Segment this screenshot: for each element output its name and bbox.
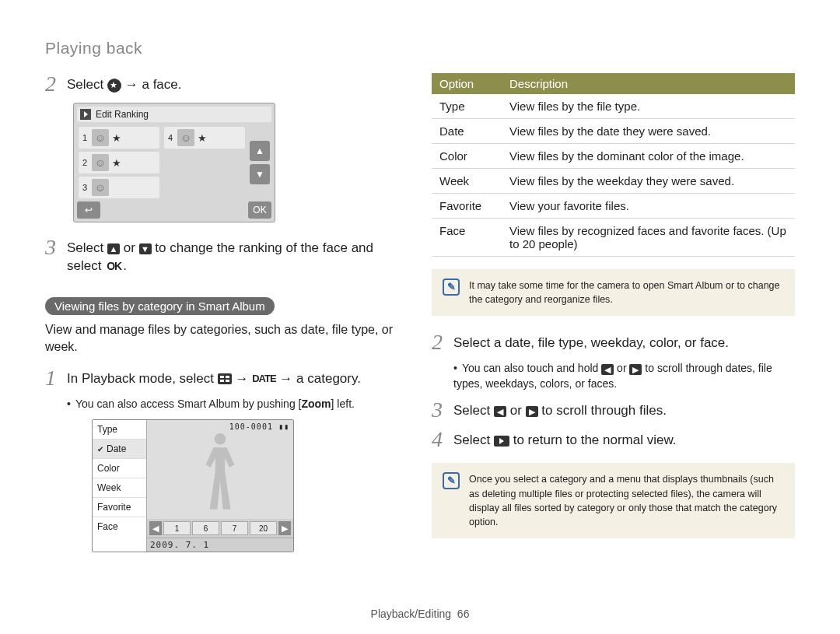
rank-number: 3 [81, 183, 89, 192]
arrow-right-icon: → [279, 371, 292, 386]
menu-item: Face [93, 517, 146, 536]
step-text: or [124, 240, 139, 255]
table-row: TypeView files by the file type. [432, 94, 795, 119]
star-badge-icon [107, 79, 121, 93]
face-thumbnail: ☺ [92, 179, 109, 196]
chevron-up-icon: ▲ [107, 243, 120, 254]
check-icon [97, 443, 103, 454]
right-column: Option Description TypeView files by the… [432, 73, 795, 554]
table-row: FaceView files by recognized faces and f… [432, 219, 795, 257]
face-thumbnail: ☺ [177, 129, 194, 146]
star-icon: ★ [112, 132, 121, 144]
thumb: 20 [250, 521, 277, 535]
step-number: 2 [45, 73, 59, 95]
step-2: 2 Select a date, file type, weekday, col… [432, 331, 795, 353]
step-text: . [123, 258, 127, 273]
thumb: 1 [163, 521, 191, 535]
edit-ranking-screenshot: Edit Ranking 1☺★ 2☺★ 3☺ 4☺★ ▲ [73, 103, 275, 222]
back-button: ↩ [77, 201, 100, 219]
table-row: FavoriteView your favorite files. [432, 194, 795, 219]
page-heading: Playing back [45, 39, 795, 58]
smart-album-screenshot: Type Date Color Week Favorite Face 100-0… [92, 419, 294, 552]
table-header: Description [502, 73, 795, 94]
step-number: 3 [45, 236, 59, 258]
menu-item-selected: Date [93, 440, 146, 459]
rank-number: 1 [81, 133, 89, 142]
step-text: Select [453, 403, 494, 418]
step-text: or [510, 403, 526, 418]
page-footer: Playback/Editing 66 [0, 608, 840, 620]
step-text: Select a date, file type, weekday, color… [453, 331, 729, 352]
step-text: Select [67, 77, 107, 92]
arrow-right-icon: → [235, 371, 248, 386]
arrow-right-icon: → [125, 77, 138, 92]
play-icon [80, 109, 91, 120]
step-text: a category. [296, 371, 361, 386]
menu-item: Color [93, 459, 146, 478]
step-3: 3 Select ▲ or ▼ to change the ranking of… [45, 236, 408, 275]
date-label: 2009. 7. 1 [147, 538, 293, 552]
step-subnote: You can also touch and hold ◀ or ▶ to sc… [453, 361, 795, 391]
step-text: In Playback mode, select [67, 371, 218, 386]
menu-item: Favorite [93, 498, 146, 517]
ok-button: OK [248, 201, 271, 219]
step-3: 3 Select ◀ or ▶ to scroll through files. [432, 399, 795, 421]
step-number: 3 [432, 399, 446, 421]
note-box: ✎ Once you select a category and a menu … [432, 463, 795, 538]
step-1: 1 In Playback mode, select → DATE → a ca… [45, 367, 408, 389]
table-row: DateView files by the date they were sav… [432, 119, 795, 144]
date-icon: DATE [252, 372, 275, 386]
note-text: Once you select a category and a menu th… [469, 472, 784, 529]
thumb: 7 [221, 521, 248, 535]
play-icon [494, 436, 509, 447]
rank-number: 2 [81, 158, 89, 167]
table-row: WeekView files by the weekday they were … [432, 169, 795, 194]
chevron-down-icon: ▼ [139, 243, 152, 254]
step-text: Select [453, 433, 494, 447]
file-counter: 100-0001 ▮▮ [147, 420, 293, 433]
chevron-left-icon: ◀ [494, 406, 506, 417]
person-silhouette-icon [147, 433, 293, 519]
step-number: 1 [45, 367, 59, 389]
menu-item: Type [93, 420, 146, 440]
thumb: 6 [192, 521, 219, 535]
note-box: ✎ It may take some time for the camera t… [432, 269, 795, 316]
face-thumbnail: ☺ [92, 154, 109, 171]
chevron-right-icon: ▶ [526, 406, 538, 417]
down-button: ▼ [250, 164, 270, 184]
step-number: 2 [432, 331, 446, 353]
nav-left-icon: ◀ [149, 521, 162, 535]
menu-item: Week [93, 478, 146, 498]
table-row: ColorView files by the dominant color of… [432, 144, 795, 169]
ok-icon: OK [105, 259, 123, 274]
section-heading-pill: Viewing files by category in Smart Album [45, 297, 275, 315]
note-icon: ✎ [443, 278, 460, 296]
note-text: It may take some time for the camera to … [469, 278, 784, 306]
step-subnote: You can also access Smart Album by pushi… [67, 397, 408, 412]
options-table: Option Description TypeView files by the… [432, 73, 795, 257]
chevron-left-icon: ◀ [601, 364, 614, 375]
mock-title: Edit Ranking [96, 109, 149, 120]
step-text: to return to the normal view. [513, 433, 677, 447]
step-number: 4 [432, 429, 446, 450]
category-menu: Type Date Color Week Favorite Face [93, 420, 147, 552]
step-text: to scroll through files. [541, 403, 667, 418]
section-description: View and manage files by categories, suc… [45, 321, 408, 356]
star-icon: ★ [112, 157, 121, 169]
step-2: 2 Select → a face. [45, 73, 408, 95]
step-text: a face. [142, 77, 181, 92]
star-icon: ★ [198, 132, 207, 144]
rank-number: 4 [166, 133, 174, 142]
step-text: Select [67, 240, 107, 255]
face-thumbnail: ☺ [92, 129, 109, 146]
table-header: Option [432, 73, 502, 94]
up-button: ▲ [250, 141, 270, 161]
step-4: 4 Select to return to the normal view. [432, 429, 795, 450]
nav-right-icon: ▶ [278, 521, 291, 535]
chevron-right-icon: ▶ [629, 364, 642, 375]
note-icon: ✎ [443, 472, 460, 489]
thumbnails-icon [218, 373, 232, 384]
left-column: 2 Select → a face. Edit Ranking 1☺★ [45, 73, 408, 554]
